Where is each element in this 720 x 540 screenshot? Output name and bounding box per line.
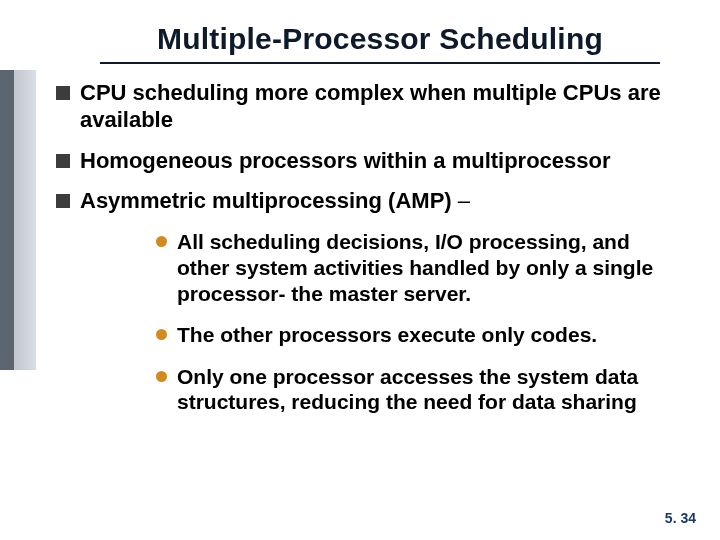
square-bullet-icon xyxy=(56,154,70,168)
bullet-item: Asymmetric multiprocessing (AMP) – xyxy=(56,188,686,215)
sub-bullet-item: All scheduling decisions, I/O processing… xyxy=(156,229,686,306)
bullet-text: CPU scheduling more complex when multipl… xyxy=(80,80,686,134)
sub-bullet-text: All scheduling decisions, I/O processing… xyxy=(177,229,686,306)
content-area: CPU scheduling more complex when multipl… xyxy=(56,80,686,431)
bullet-text: Homogeneous processors within a multipro… xyxy=(80,148,686,175)
circle-bullet-icon xyxy=(156,236,167,247)
page-number: 5. 34 xyxy=(665,510,696,526)
slide: Multiple-Processor Scheduling CPU schedu… xyxy=(0,0,720,540)
sidebar-decoration xyxy=(0,70,36,370)
square-bullet-icon xyxy=(56,86,70,100)
sub-bullet-text: The other processors execute only codes. xyxy=(177,322,686,348)
bullet-bold: Asymmetric multiprocessing (AMP) xyxy=(80,188,452,213)
circle-bullet-icon xyxy=(156,329,167,340)
sub-bullet-list: All scheduling decisions, I/O processing… xyxy=(156,229,686,415)
bullet-text: Asymmetric multiprocessing (AMP) – xyxy=(80,188,686,215)
square-bullet-icon xyxy=(56,194,70,208)
bullet-item: CPU scheduling more complex when multipl… xyxy=(56,80,686,134)
title-block: Multiple-Processor Scheduling xyxy=(100,22,660,64)
slide-title: Multiple-Processor Scheduling xyxy=(100,22,660,56)
title-underline xyxy=(100,62,660,64)
sub-bullet-item: Only one processor accesses the system d… xyxy=(156,364,686,415)
circle-bullet-icon xyxy=(156,371,167,382)
bullet-item: Homogeneous processors within a multipro… xyxy=(56,148,686,175)
bullet-tail: – xyxy=(452,188,470,213)
sub-bullet-item: The other processors execute only codes. xyxy=(156,322,686,348)
sub-bullet-text: Only one processor accesses the system d… xyxy=(177,364,686,415)
